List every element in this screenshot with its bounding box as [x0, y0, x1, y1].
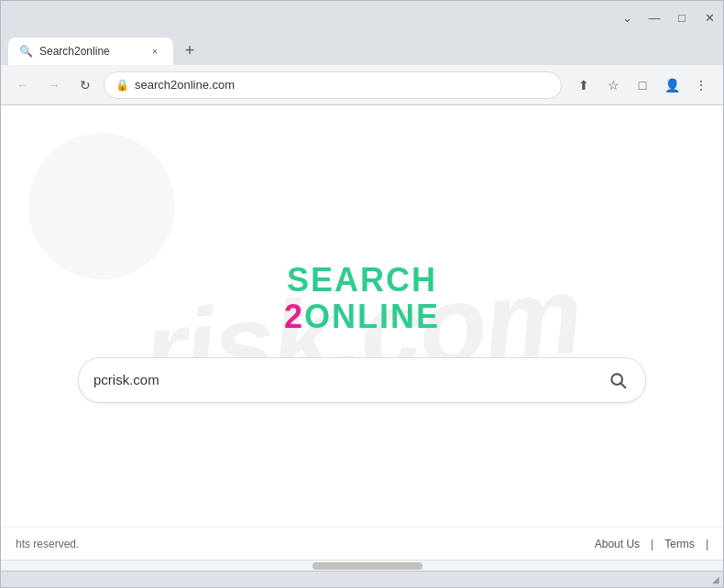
status-bar: ◢	[1, 571, 723, 587]
svg-line-1	[621, 383, 626, 387]
restore-icon[interactable]: □	[675, 11, 688, 24]
new-tab-button[interactable]: +	[177, 38, 203, 63]
reload-button[interactable]: ↻	[72, 72, 98, 98]
minimize-icon[interactable]: —	[648, 11, 661, 24]
footer-links: About Us | Terms |	[595, 538, 708, 550]
address-bar-row: ← → ↻ 🔒 search2online.com ⬆ ☆ □ 👤 ⋮	[1, 65, 723, 105]
page-content: risk.com SEARCH 2ONLINE	[1, 105, 723, 560]
watermark-circle	[28, 133, 175, 279]
logo-search: SEARCH	[284, 262, 440, 299]
chevron-icon[interactable]: ⌄	[620, 11, 633, 24]
window-controls: ⌄ — □ ✕	[620, 11, 716, 24]
tab-favicon: 🔍	[19, 45, 32, 58]
browser-frame: ⌄ — □ ✕ 🔍 Search2online × + ← → ↻ 🔒 sear…	[0, 0, 724, 588]
footer-separator: |	[651, 538, 653, 550]
address-text: search2online.com	[135, 78, 550, 92]
terms-link[interactable]: Terms	[664, 538, 695, 550]
close-icon[interactable]: ✕	[703, 11, 716, 24]
logo-online: ONLINE	[304, 298, 440, 335]
back-button[interactable]: ←	[10, 72, 36, 98]
search-icon	[609, 371, 627, 389]
bookmark-icon[interactable]: ☆	[600, 72, 626, 98]
tab-close-button[interactable]: ×	[148, 44, 162, 59]
search-button[interactable]	[605, 367, 631, 393]
profile-icon[interactable]: 👤	[659, 72, 685, 98]
tab-title: Search2online	[39, 45, 110, 58]
toolbar-icons: ⬆ ☆ □ 👤 ⋮	[571, 72, 714, 98]
content-center: SEARCH 2ONLINE	[1, 262, 723, 402]
scrollbar-thumb[interactable]	[313, 562, 422, 570]
forward-button[interactable]: →	[41, 72, 67, 98]
tabs-bar: 🔍 Search2online × +	[1, 34, 723, 65]
resize-handle[interactable]: ◢	[708, 572, 723, 587]
menu-icon[interactable]: ⋮	[688, 72, 714, 98]
scrollbar-area	[1, 560, 723, 571]
footer-pipe: |	[706, 538, 708, 550]
logo-2: 2	[284, 298, 304, 335]
extensions-icon[interactable]: □	[630, 72, 655, 98]
copyright-text: hts reserved.	[16, 538, 79, 550]
logo-2online: 2ONLINE	[284, 299, 440, 335]
site-logo: SEARCH 2ONLINE	[284, 262, 440, 334]
lock-icon: 🔒	[115, 79, 129, 92]
search-input[interactable]	[93, 372, 605, 387]
about-us-link[interactable]: About Us	[595, 538, 640, 550]
tab-search2online[interactable]: 🔍 Search2online ×	[8, 38, 173, 65]
search-container	[78, 357, 646, 403]
page-footer: hts reserved. About Us | Terms |	[1, 527, 723, 560]
address-bar[interactable]: 🔒 search2online.com	[104, 71, 562, 99]
share-icon[interactable]: ⬆	[571, 72, 597, 98]
title-bar: ⌄ — □ ✕	[1, 1, 723, 34]
